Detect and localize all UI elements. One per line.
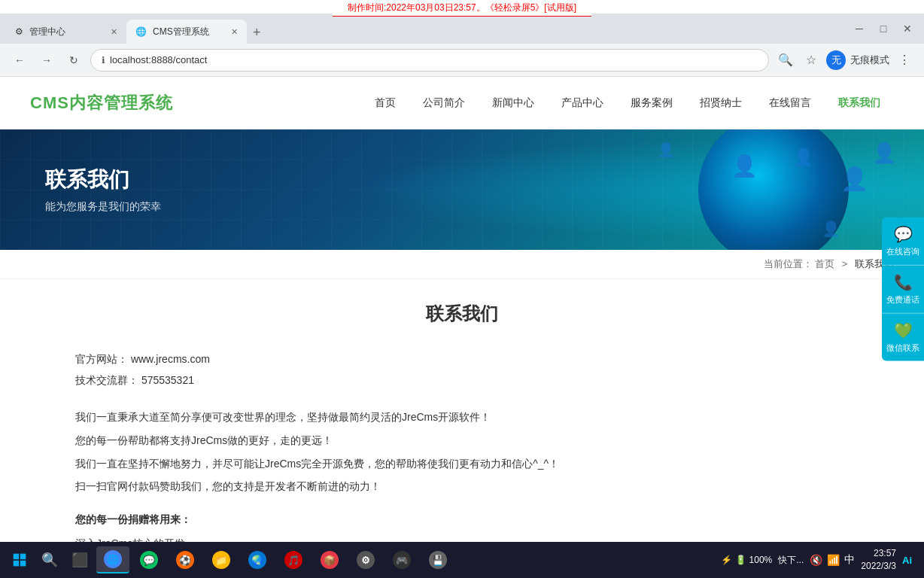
contact-website-label: 官方网站： bbox=[75, 353, 128, 365]
svg-rect-3 bbox=[20, 561, 26, 567]
game-icon: 🎮 bbox=[393, 551, 411, 569]
profile-button[interactable]: 无 无痕模式 bbox=[826, 50, 889, 70]
donation-title: 您的每一份捐赠将用来： bbox=[75, 513, 849, 527]
breadcrumb-label: 当前位置： bbox=[764, 258, 813, 269]
hero-banner: 👤 👤 👤 👤 👤 👤 联系我们 能为您服务是我们的荣幸 bbox=[0, 129, 924, 250]
nav-message[interactable]: 在线留言 bbox=[755, 90, 825, 116]
taskbar-search-button[interactable]: 🔍 bbox=[36, 546, 63, 573]
address-text: localhost:8888/contact bbox=[110, 54, 207, 65]
tab-title-admin: 管理中心 bbox=[29, 26, 65, 38]
taskbar: 🔍 ⬛ 🌐 💬 ⚽ 📁 🌏 🎵 📦 ⚙ 🎮 💾 ⚡ 🔋 100% bbox=[0, 542, 924, 578]
wechat-icon: 💚 bbox=[894, 321, 913, 339]
nav-contact[interactable]: 联系我们 bbox=[825, 90, 894, 116]
network-icon[interactable]: 📶 bbox=[827, 554, 840, 566]
taskbar-app-settings[interactable]: ⚙ bbox=[349, 546, 382, 573]
bookmark-button[interactable]: ☆ bbox=[801, 50, 822, 71]
tab-close-admin[interactable]: ✕ bbox=[111, 27, 117, 37]
desc-line-1: 您的每一份帮助都将支持JreCms做的更好，走的更远！ bbox=[75, 429, 849, 452]
battery-indicator: ⚡ 🔋 100% bbox=[721, 555, 773, 565]
taskbar-app-wechat[interactable]: 💬 bbox=[132, 546, 166, 573]
store-icon: 📦 bbox=[321, 551, 339, 569]
lock-icon: ℹ bbox=[102, 55, 105, 65]
taskbar-app-music[interactable]: 🎵 bbox=[277, 546, 310, 573]
consult-label: 在线咨询 bbox=[886, 246, 919, 257]
start-button[interactable] bbox=[6, 546, 33, 573]
nav-home[interactable]: 首页 bbox=[361, 90, 409, 116]
chrome-icon: 🌐 bbox=[104, 550, 122, 568]
battery-level: 100% bbox=[749, 555, 773, 565]
contact-group-value: 575535321 bbox=[141, 374, 194, 386]
search-button[interactable]: 🔍 bbox=[775, 50, 796, 71]
taskbar-clock[interactable]: 23:57 2022/3/3 bbox=[861, 547, 896, 573]
taskbar-task-view-button[interactable]: ⬛ bbox=[66, 546, 93, 573]
hero-text: 联系我们 能为您服务是我们的荣幸 bbox=[45, 166, 161, 214]
hero-subtitle: 能为您服务是我们的荣幸 bbox=[45, 200, 161, 214]
new-tab-button[interactable]: + bbox=[247, 22, 267, 44]
contact-website-line: 官方网站： www.jrecms.com bbox=[75, 348, 849, 370]
minimize-button[interactable]: ─ bbox=[849, 18, 870, 39]
nav-cases[interactable]: 服务案例 bbox=[617, 90, 686, 116]
taskbar-app-browser2[interactable]: 🌏 bbox=[241, 546, 274, 573]
back-button[interactable]: ← bbox=[9, 50, 30, 71]
address-bar[interactable]: ℹ localhost:8888/contact bbox=[90, 49, 769, 71]
speed-indicator: 快下... bbox=[778, 554, 804, 567]
volume-icon[interactable]: 🔇 bbox=[810, 554, 822, 566]
consult-icon: 💬 bbox=[894, 225, 913, 243]
taskbar-app-files[interactable]: 📁 bbox=[205, 546, 238, 573]
clock-time: 23:57 bbox=[861, 547, 896, 560]
refresh-button[interactable]: ↻ bbox=[63, 50, 84, 71]
taskbar-app-game[interactable]: 🎮 bbox=[385, 546, 418, 573]
taskbar-app-chrome[interactable]: 🌐 bbox=[96, 546, 129, 573]
float-sidebar: 💬 在线咨询 📞 免费通话 💚 微信联系 bbox=[882, 218, 924, 361]
tab-admin[interactable]: ⚙ 管理中心 ✕ bbox=[6, 20, 126, 44]
taskbar-app-disk[interactable]: 💾 bbox=[421, 546, 454, 573]
sys-icons: 🔇 📶 中 bbox=[810, 553, 855, 567]
nav-recruit[interactable]: 招贤纳士 bbox=[686, 90, 755, 116]
clock-date: 2022/3/3 bbox=[861, 560, 896, 573]
call-label: 免费通话 bbox=[886, 294, 919, 306]
battery-icon: 🔋 bbox=[735, 555, 746, 565]
svg-rect-1 bbox=[20, 554, 26, 560]
tab-title-cms: CMS管理系统 bbox=[153, 26, 209, 38]
desc-line-0: 我们一直秉承大道至简分享便可改变世界的理念，坚持做最简约灵活的JreCms开源软… bbox=[75, 406, 849, 429]
svg-rect-0 bbox=[14, 554, 20, 560]
tab-favicon-admin: ⚙ bbox=[15, 26, 23, 37]
float-call-button[interactable]: 📞 免费通话 bbox=[882, 266, 924, 314]
profile-label: 无痕模式 bbox=[850, 53, 889, 67]
nav-products[interactable]: 产品中心 bbox=[548, 90, 617, 116]
nav-news[interactable]: 新闻中心 bbox=[479, 90, 548, 116]
desc-line-3: 扫一扫官网付款码赞助我们，您的支持是开发者不断前进的动力！ bbox=[75, 475, 849, 498]
wechat-app-icon: 💬 bbox=[140, 551, 158, 569]
float-wechat-button[interactable]: 💚 微信联系 bbox=[882, 314, 924, 361]
music-icon: 🎵 bbox=[284, 551, 302, 569]
close-window-button[interactable]: ✕ bbox=[897, 18, 918, 39]
tab-close-cms[interactable]: ✕ bbox=[231, 27, 238, 37]
restore-button[interactable]: □ bbox=[873, 18, 894, 39]
browser-toolbar: ← → ↻ ℹ localhost:8888/contact 🔍 ☆ 无 无痕模… bbox=[0, 44, 924, 77]
windows-icon bbox=[12, 552, 27, 567]
ai-button[interactable]: Ai bbox=[902, 555, 912, 566]
main-content: 联系我们 官方网站： www.jrecms.com 技术交流群： 5755353… bbox=[0, 279, 924, 578]
edge-icon: 🌏 bbox=[248, 551, 266, 569]
contact-website-value: www.jrecms.com bbox=[131, 353, 210, 365]
ime-indicator[interactable]: 中 bbox=[844, 553, 855, 567]
page-title: 联系我们 bbox=[75, 302, 849, 326]
contact-info: 官方网站： www.jrecms.com 技术交流群： 575535321 bbox=[75, 348, 849, 391]
tab-cms[interactable]: 🌐 CMS管理系统 ✕ bbox=[126, 20, 247, 44]
nav-about[interactable]: 公司简介 bbox=[409, 90, 479, 116]
breadcrumb: 当前位置： 首页 > 联系我们 bbox=[0, 250, 924, 279]
breadcrumb-home[interactable]: 首页 bbox=[815, 258, 834, 269]
svg-rect-2 bbox=[14, 561, 20, 567]
wechat-label: 微信联系 bbox=[886, 342, 919, 354]
watermark-text: 制作时间:2022年03月03日23:57。《轻松录屏5》[试用版] bbox=[348, 2, 576, 13]
taskbar-right: ⚡ 🔋 100% 快下... 🔇 📶 中 23:57 2022/3/3 Ai bbox=[721, 547, 918, 573]
menu-button[interactable]: ⋮ bbox=[894, 50, 915, 71]
taskbar-app-soccer[interactable]: ⚽ bbox=[169, 546, 202, 573]
files-icon: 📁 bbox=[212, 551, 230, 569]
contact-group-label: 技术交流群： bbox=[75, 374, 138, 386]
hero-title: 联系我们 bbox=[45, 166, 161, 194]
forward-button[interactable]: → bbox=[36, 50, 57, 71]
settings-app-icon: ⚙ bbox=[357, 551, 375, 569]
float-consult-button[interactable]: 💬 在线咨询 bbox=[882, 218, 924, 266]
taskbar-app-store[interactable]: 📦 bbox=[313, 546, 346, 573]
